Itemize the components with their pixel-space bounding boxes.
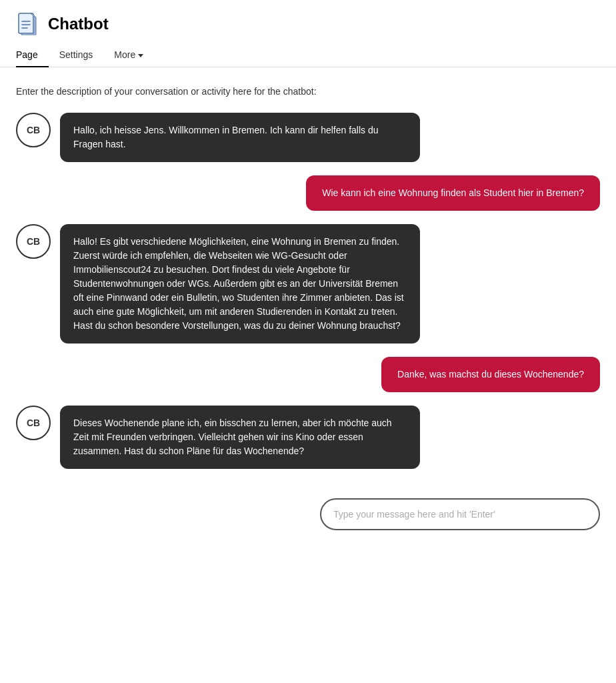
tab-page[interactable]: Page: [16, 43, 49, 67]
avatar: CB: [16, 113, 51, 147]
bot-bubble: Hallo, ich heisse Jens. Willkommen in Br…: [60, 113, 420, 162]
tab-settings[interactable]: Settings: [49, 43, 104, 67]
app-header: Chatbot: [0, 0, 616, 43]
avatar: CB: [16, 224, 51, 259]
chat-area: CB Hallo, ich heisse Jens. Willkommen in…: [16, 113, 600, 480]
bot-message-row: CB Hallo, ich heisse Jens. Willkommen in…: [16, 113, 600, 162]
chevron-down-icon: [138, 54, 143, 57]
input-row: [0, 493, 616, 544]
document-icon: [16, 12, 40, 36]
svg-rect-0: [19, 13, 33, 33]
bot-bubble: Hallo! Es gibt verschiedene Möglichkeite…: [60, 224, 420, 344]
tab-more[interactable]: More: [103, 43, 154, 67]
app-title: Chatbot: [48, 15, 109, 33]
nav-tabs: Page Settings More: [0, 43, 616, 67]
user-message-row: Danke, was machst du dieses Wochenende?: [16, 357, 600, 392]
bot-message-row: CB Hallo! Es gibt verschiedene Möglichke…: [16, 224, 600, 344]
message-input[interactable]: [320, 498, 600, 530]
user-message-row: Wie kann ich eine Wohnung finden als Stu…: [16, 175, 600, 211]
bot-message-row: CB Dieses Wochenende plane ich, ein biss…: [16, 406, 600, 469]
page-description: Enter the description of your conversati…: [16, 86, 600, 97]
user-bubble: Wie kann ich eine Wohnung finden als Stu…: [306, 175, 600, 211]
page-content: Enter the description of your conversati…: [0, 67, 616, 493]
bot-bubble: Dieses Wochenende plane ich, ein bissche…: [60, 406, 420, 469]
user-bubble: Danke, was machst du dieses Wochenende?: [381, 357, 600, 392]
avatar: CB: [16, 406, 51, 440]
